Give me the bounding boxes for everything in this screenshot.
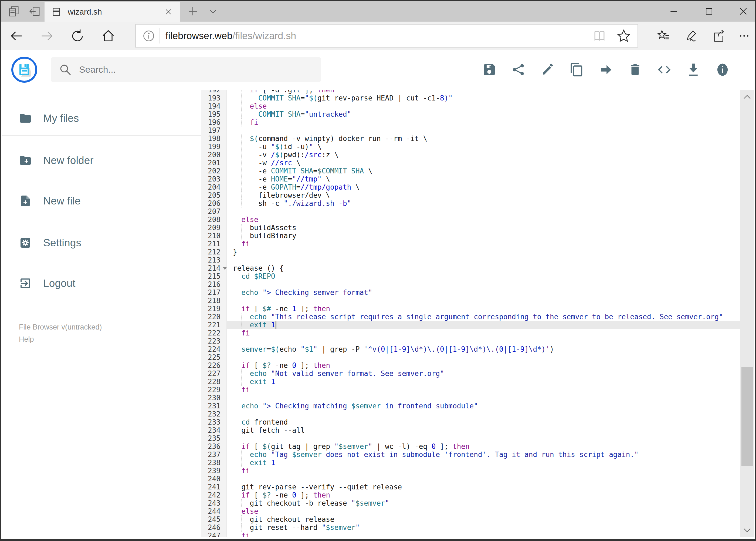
- code-line[interactable]: 200-v /$(pwd):/src:z \: [201, 151, 740, 159]
- code-line[interactable]: 223: [201, 337, 740, 345]
- search-input[interactable]: [79, 64, 295, 75]
- code-line[interactable]: 238exit 1: [201, 459, 740, 467]
- code-line[interactable]: 204-e GOPATH=//tmp/gopath \: [201, 183, 740, 191]
- code-line[interactable]: 218: [201, 296, 740, 305]
- back-button[interactable]: [4, 22, 29, 50]
- filebrowser-logo[interactable]: [11, 57, 37, 83]
- code-line[interactable]: 213: [201, 256, 740, 264]
- code-line[interactable]: 231echo "> Checking matching $semver in …: [201, 402, 740, 410]
- code-line[interactable]: 242if [ $? -ne 0 ]; then: [201, 491, 740, 499]
- edit-button[interactable]: [540, 62, 555, 77]
- code-line[interactable]: 247fi: [201, 532, 740, 537]
- code-line[interactable]: 219if [ $# -ne 1 ]; then: [201, 305, 740, 313]
- code-line[interactable]: 226if [ $? -ne 0 ]; then: [201, 361, 740, 369]
- code-line[interactable]: 245git checkout release: [201, 515, 740, 523]
- copy-button[interactable]: [569, 62, 584, 77]
- code-editor[interactable]: 192if [ -d .git ]; then193COMMIT_SHA="$(…: [201, 90, 740, 537]
- share-icon[interactable]: [707, 22, 731, 50]
- code-line[interactable]: 199-u "$(id -u)" \: [201, 143, 740, 151]
- share-file-button[interactable]: [511, 62, 526, 77]
- code-line[interactable]: 216: [201, 280, 740, 288]
- code-line[interactable]: 234git fetch --all: [201, 426, 740, 434]
- sidebar-item-my-files[interactable]: My files: [2, 108, 201, 129]
- code-line[interactable]: 195COMMIT_SHA="untracked": [201, 110, 740, 118]
- code-line[interactable]: 224semver=$(echo "$1" | grep -P '^v(0|[1…: [201, 345, 740, 353]
- address-bar[interactable]: filebrowser.web/files/wizard.sh: [135, 24, 638, 48]
- view-source-button[interactable]: [657, 62, 672, 77]
- scroll-down-icon[interactable]: [740, 523, 754, 537]
- sidebar-item-new-file[interactable]: New file: [2, 190, 201, 212]
- code-line[interactable]: 212}: [201, 248, 740, 256]
- code-line[interactable]: 241git rev-parse --verify --quiet releas…: [201, 483, 740, 491]
- favorite-star-icon[interactable]: [617, 29, 631, 43]
- code-line[interactable]: 232: [201, 410, 740, 418]
- code-line[interactable]: 194else: [201, 102, 740, 110]
- code-line[interactable]: 236if [ $(git tag | grep "$semver" | wc …: [201, 442, 740, 450]
- code-line[interactable]: 215cd $REPO: [201, 272, 740, 280]
- code-line[interactable]: 220echo "This release script requires a …: [201, 313, 740, 321]
- code-line[interactable]: 201-w //src \: [201, 159, 740, 167]
- new-tab-button[interactable]: [185, 1, 201, 22]
- code-line[interactable]: 229fi: [201, 386, 740, 394]
- code-line[interactable]: 197: [201, 126, 740, 135]
- sidebar-item-new-folder[interactable]: New folder: [2, 150, 201, 171]
- fold-marker-icon[interactable]: [223, 267, 227, 270]
- tabs-you-set-aside-icon[interactable]: [6, 1, 22, 22]
- maximize-button[interactable]: [700, 1, 718, 22]
- help-link[interactable]: Help: [19, 335, 34, 343]
- code-line[interactable]: 192if [ -d .git ]; then: [201, 90, 740, 94]
- code-line[interactable]: 233cd frontend: [201, 418, 740, 426]
- code-line[interactable]: 239fi: [201, 467, 740, 475]
- code-line[interactable]: 244else: [201, 507, 740, 515]
- refresh-icon[interactable]: [65, 22, 90, 50]
- web-note-icon[interactable]: [679, 22, 703, 50]
- browser-tab[interactable]: wizard.sh: [45, 2, 180, 22]
- code-line[interactable]: 203-e HOME="//tmp" \: [201, 175, 740, 183]
- close-button[interactable]: [734, 1, 753, 22]
- sidebar-item-settings[interactable]: Settings: [2, 232, 201, 254]
- code-line[interactable]: 222fi: [201, 329, 740, 337]
- code-line[interactable]: 221exit 1: [201, 321, 740, 329]
- code-line[interactable]: 196fi: [201, 118, 740, 126]
- code-line[interactable]: 193COMMIT_SHA="$(git rev-parse HEAD | cu…: [201, 94, 740, 102]
- move-button[interactable]: [599, 62, 614, 77]
- code-line[interactable]: 235: [201, 434, 740, 442]
- tab-close-icon[interactable]: [164, 7, 173, 16]
- code-line[interactable]: 246git reset --hard "$semver": [201, 523, 740, 532]
- code-line[interactable]: 208else: [201, 216, 740, 224]
- code-line[interactable]: 214release () {: [201, 264, 740, 272]
- code-line[interactable]: 230: [201, 394, 740, 402]
- code-line[interactable]: 198$(command -v winpty) docker run --rm …: [201, 135, 740, 143]
- code-line[interactable]: 225: [201, 353, 740, 361]
- scroll-up-icon[interactable]: [740, 90, 754, 105]
- vertical-scrollbar[interactable]: [740, 90, 754, 537]
- code-line[interactable]: 228exit 1: [201, 377, 740, 386]
- save-button[interactable]: [482, 62, 497, 77]
- home-button[interactable]: [96, 22, 121, 50]
- code-line[interactable]: 243git checkout -b release "$semver": [201, 499, 740, 507]
- minimize-button[interactable]: [664, 1, 683, 22]
- code-line[interactable]: 237echo "Tag $semver does not exist in s…: [201, 450, 740, 459]
- code-line[interactable]: 207: [201, 208, 740, 216]
- code-line[interactable]: 211fi: [201, 240, 740, 248]
- search-bar[interactable]: [51, 57, 321, 82]
- set-tabs-aside-icon[interactable]: [27, 1, 42, 22]
- code-line[interactable]: 205filebrowser/dev \: [201, 191, 740, 199]
- site-info-icon[interactable]: [142, 29, 156, 43]
- code-line[interactable]: 240: [201, 475, 740, 483]
- info-button[interactable]: [715, 62, 730, 77]
- more-options-icon[interactable]: [732, 22, 756, 50]
- forward-button[interactable]: [35, 22, 59, 50]
- download-button[interactable]: [686, 62, 701, 77]
- code-line[interactable]: 206sh -c "./wizard.sh -b": [201, 199, 740, 208]
- reading-view-icon[interactable]: [592, 29, 607, 43]
- sidebar-item-logout[interactable]: Logout: [2, 272, 201, 294]
- delete-button[interactable]: [628, 62, 642, 77]
- code-line[interactable]: 227echo "Not valid semver format. See se…: [201, 369, 740, 377]
- code-line[interactable]: 217echo "> Checking semver format": [201, 288, 740, 296]
- code-line[interactable]: 209buildAssets: [201, 224, 740, 232]
- favorites-hub-icon[interactable]: [651, 22, 676, 50]
- scrollbar-thumb[interactable]: [741, 367, 753, 466]
- tab-preview-chevron-icon[interactable]: [205, 1, 221, 22]
- code-line[interactable]: 202-e COMMIT_SHA=$COMMIT_SHA \: [201, 167, 740, 175]
